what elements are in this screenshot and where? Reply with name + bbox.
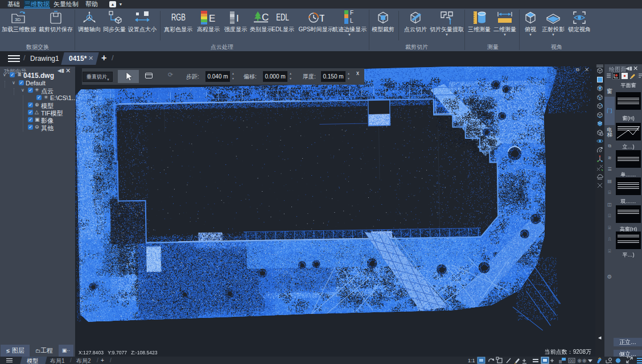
svg-text:T: T — [319, 13, 324, 24]
svg-text:00: 00 — [570, 359, 574, 363]
svg-text:❋❋: ❋❋ — [577, 358, 587, 364]
svg-text:L: L — [350, 18, 353, 24]
svg-text:F: F — [350, 10, 353, 16]
svg-text:1:1: 1:1 — [468, 358, 475, 363]
svg-text:3D: 3D — [15, 17, 20, 22]
svg-text:I: I — [236, 13, 239, 24]
svg-text:E: E — [209, 13, 215, 24]
